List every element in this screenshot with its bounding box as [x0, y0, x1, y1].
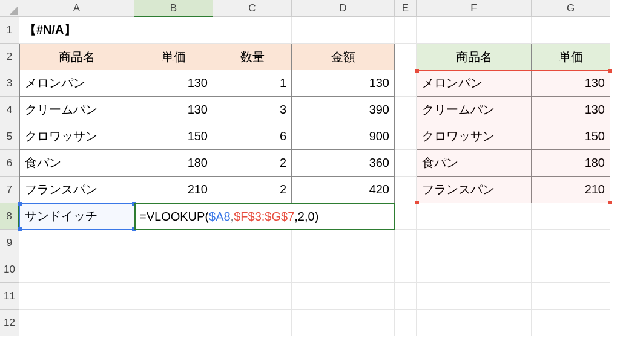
cell-d7[interactable]: 420: [292, 177, 395, 203]
cell-b11[interactable]: [134, 283, 213, 310]
cell-f10[interactable]: [417, 256, 532, 283]
cell-g8[interactable]: [532, 203, 610, 230]
row-header-11[interactable]: 11: [0, 283, 19, 310]
cell-e4[interactable]: [395, 97, 417, 123]
cell-d3[interactable]: 130: [292, 70, 395, 97]
cell-d2-header[interactable]: 金額: [292, 44, 395, 70]
cell-c2-header[interactable]: 数量: [213, 44, 292, 70]
cell-g1[interactable]: [532, 17, 610, 44]
cell-d10[interactable]: [292, 256, 395, 283]
cell-e9[interactable]: [395, 230, 417, 256]
col-header-c[interactable]: C: [213, 0, 292, 17]
row-header-3[interactable]: 3: [0, 70, 19, 97]
cell-e11[interactable]: [395, 283, 417, 310]
cell-e10[interactable]: [395, 256, 417, 283]
cell-f11[interactable]: [417, 283, 532, 310]
cell-a1[interactable]: 【#N/A】: [19, 17, 134, 44]
cell-g4[interactable]: 130: [532, 97, 610, 123]
row-header-7[interactable]: 7: [0, 177, 19, 203]
cell-e12[interactable]: [395, 310, 417, 336]
cell-e1[interactable]: [395, 17, 417, 44]
cell-g9[interactable]: [532, 230, 610, 256]
col-header-e[interactable]: E: [395, 0, 417, 17]
cell-a5[interactable]: クロワッサン: [19, 123, 134, 150]
row-header-6[interactable]: 6: [0, 150, 19, 177]
cell-g2-header[interactable]: 単価: [532, 44, 610, 70]
cell-c4[interactable]: 3: [213, 97, 292, 123]
cell-e7[interactable]: [395, 177, 417, 203]
cell-g11[interactable]: [532, 283, 610, 310]
cell-d6[interactable]: 360: [292, 150, 395, 177]
cell-a8[interactable]: サンドイッチ: [19, 203, 134, 230]
cell-g10[interactable]: [532, 256, 610, 283]
cell-b7[interactable]: 210: [134, 177, 213, 203]
cell-e6[interactable]: [395, 150, 417, 177]
cell-f9[interactable]: [417, 230, 532, 256]
cell-a3[interactable]: メロンパン: [19, 70, 134, 97]
row-header-1[interactable]: 1: [0, 17, 19, 44]
row-header-10[interactable]: 10: [0, 256, 19, 283]
cell-g12[interactable]: [532, 310, 610, 336]
row-header-8[interactable]: 8: [0, 203, 19, 230]
cell-d9[interactable]: [292, 230, 395, 256]
cell-f2-header[interactable]: 商品名: [417, 44, 532, 70]
cell-g5[interactable]: 150: [532, 123, 610, 150]
select-all-corner[interactable]: [0, 0, 19, 17]
cell-d5[interactable]: 900: [292, 123, 395, 150]
cell-f3[interactable]: メロンパン: [417, 70, 532, 97]
cell-f6[interactable]: 食パン: [417, 150, 532, 177]
cell-f7[interactable]: フランスパン: [417, 177, 532, 203]
cell-c12[interactable]: [213, 310, 292, 336]
cell-d12[interactable]: [292, 310, 395, 336]
cell-b9[interactable]: [134, 230, 213, 256]
cell-e2[interactable]: [395, 44, 417, 70]
formula-edit-box[interactable]: =VLOOKUP($A8,$F$3:$G$7,2,0): [134, 203, 395, 230]
cell-b5[interactable]: 150: [134, 123, 213, 150]
cell-b12[interactable]: [134, 310, 213, 336]
cell-f1[interactable]: [417, 17, 532, 44]
cell-c11[interactable]: [213, 283, 292, 310]
cell-f5[interactable]: クロワッサン: [417, 123, 532, 150]
cell-g6[interactable]: 180: [532, 150, 610, 177]
row-header-4[interactable]: 4: [0, 97, 19, 123]
cell-c6[interactable]: 2: [213, 150, 292, 177]
cell-a7[interactable]: フランスパン: [19, 177, 134, 203]
col-header-d[interactable]: D: [292, 0, 395, 17]
cell-a4[interactable]: クリームパン: [19, 97, 134, 123]
cell-c5[interactable]: 6: [213, 123, 292, 150]
cell-c10[interactable]: [213, 256, 292, 283]
row-header-2[interactable]: 2: [0, 44, 19, 70]
cell-b6[interactable]: 180: [134, 150, 213, 177]
cell-a9[interactable]: [19, 230, 134, 256]
cell-e5[interactable]: [395, 123, 417, 150]
cell-b1[interactable]: [134, 17, 213, 44]
cell-e8[interactable]: [395, 203, 417, 230]
cell-b2-header[interactable]: 単価: [134, 44, 213, 70]
cell-f8[interactable]: [417, 203, 532, 230]
row-header-5[interactable]: 5: [0, 123, 19, 150]
cell-a10[interactable]: [19, 256, 134, 283]
col-header-b[interactable]: B: [134, 0, 213, 17]
cell-g7[interactable]: 210: [532, 177, 610, 203]
cell-f12[interactable]: [417, 310, 532, 336]
cell-a6[interactable]: 食パン: [19, 150, 134, 177]
cell-b3[interactable]: 130: [134, 70, 213, 97]
row-header-9[interactable]: 9: [0, 230, 19, 256]
cell-a11[interactable]: [19, 283, 134, 310]
cell-f4[interactable]: クリームパン: [417, 97, 532, 123]
cell-c7[interactable]: 2: [213, 177, 292, 203]
cell-d11[interactable]: [292, 283, 395, 310]
cell-a2-header[interactable]: 商品名: [19, 44, 134, 70]
cell-a12[interactable]: [19, 310, 134, 336]
col-header-f[interactable]: F: [417, 0, 532, 17]
cell-b10[interactable]: [134, 256, 213, 283]
cell-g3[interactable]: 130: [532, 70, 610, 97]
row-header-12[interactable]: 12: [0, 310, 19, 336]
cell-c9[interactable]: [213, 230, 292, 256]
cell-c1[interactable]: [213, 17, 292, 44]
cell-e3[interactable]: [395, 70, 417, 97]
col-header-g[interactable]: G: [532, 0, 610, 17]
col-header-a[interactable]: A: [19, 0, 134, 17]
cell-d4[interactable]: 390: [292, 97, 395, 123]
cell-b4[interactable]: 130: [134, 97, 213, 123]
